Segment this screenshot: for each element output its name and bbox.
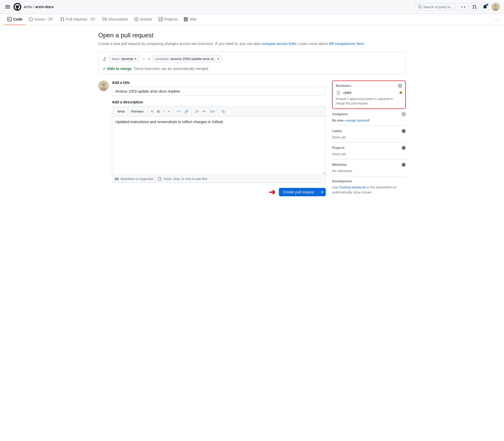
reviewers-title: Reviewers [336,84,351,88]
user-avatar-form [98,81,109,91]
code-icon [7,17,12,21]
dots-separator [148,59,150,59]
create-pull-request-button[interactable]: Create pull request ▾ [279,188,326,196]
reviewer-status-dot [399,91,402,94]
labels-section: Labels None yet [332,126,406,143]
org-link[interactable]: arXiv [24,5,32,9]
assignees-header: Assignees [332,112,406,116]
projects-icon [159,17,163,21]
svg-point-8 [338,91,339,93]
editor-body: Updated instructions and screenshots to … [112,116,326,183]
list-button[interactable]: ≡ [166,108,172,114]
bottom-bar: ➜ Create pull request ▾ [98,187,326,197]
reviewers-header: Reviewers [336,84,402,88]
search-label: Search or jump to... [423,5,453,9]
diff-comparisons-link[interactable]: diff comparisons here. [329,42,365,46]
italic-button[interactable]: I [162,108,166,114]
discussions-icon [102,17,107,21]
attach-button[interactable]: 📎 [220,108,227,114]
title-input[interactable] [112,87,326,96]
tab-pulls[interactable]: Pull requests 11 [57,14,99,25]
tab-actions[interactable]: Actions [131,14,155,25]
tab-projects[interactable]: Projects [155,14,181,25]
tab-issues-label: Issues [34,17,45,21]
milestone-section: Milestone No milestone [332,159,406,176]
breadcrumb: arXiv / arxiv-docs [24,5,54,9]
compare-branch-select[interactable]: compare: arxivce-1503-update-arxiv-d... … [152,55,222,62]
search-icon [418,5,422,9]
assign-yourself-link[interactable]: assign yourself [347,118,369,122]
description-label: Add a description [112,100,326,104]
hamburger-menu[interactable] [4,4,11,9]
page-title: Open a pull request [98,32,406,39]
tab-code[interactable]: Code [4,14,26,25]
issues-badge: 14 [47,17,54,21]
create-btn-dropdown[interactable]: ▾ [319,188,326,196]
toolbar-more-button[interactable]: ··· [317,108,323,114]
toolbar-separator-4 [218,109,218,114]
pr-sidebar: Reviewers cbf66 [332,81,406,198]
reviewer-item: cbf66 [336,90,402,95]
assignees-title: Assignees [332,112,348,116]
search-button[interactable]: Search or jump to... [415,3,456,11]
milestone-gear-icon[interactable] [402,163,406,167]
pull-requests-icon [60,17,65,21]
tasklist-button[interactable]: ☑≡ [208,108,216,114]
projects-value: None yet [332,152,406,156]
base-branch-select[interactable]: base: develop ▾ [109,55,139,62]
markdown-note: Markdown is supported [121,177,153,181]
reviewers-section: Reviewers cbf66 [332,81,406,109]
actions-icon [134,17,139,21]
create-btn-label: Create pull request [279,188,318,196]
chevron-down-icon: ▾ [464,6,465,8]
labels-header: Labels [332,129,406,133]
milestone-header: Milestone [332,163,406,167]
breadcrumb-sep: / [33,5,34,9]
tab-wiki-label: Wiki [190,17,196,21]
projects-title: Projects [332,146,344,150]
reviewer-name: cbf66 [343,91,397,95]
svg-point-5 [102,83,105,87]
avatar-svg [98,81,109,91]
unordered-list-button[interactable]: •≡ [201,108,207,114]
assignees-content: No one—assign yourself [332,118,406,122]
svg-point-9 [337,93,340,95]
new-button[interactable]: + ▾ [458,3,468,11]
projects-header: Projects [332,146,406,150]
pr-form: Add a title Add a description Write Prev… [112,81,326,183]
assignees-gear-icon[interactable] [402,112,406,116]
preview-tab[interactable]: Preview [129,108,146,114]
closing-keywords-link[interactable]: Closing keywords [339,185,366,189]
nav-more-button[interactable]: ··· [492,15,500,24]
reviewer-note: At least 1 approving review is required … [336,97,402,106]
pull-requests-icon-btn[interactable] [470,3,479,11]
merge-status: ✓ Able to merge. These branches can be a… [103,67,401,71]
file-note: Paste, drop, or click to add files [164,177,207,181]
svg-point-2 [494,5,497,7]
tab-issues[interactable]: Issues 14 [26,14,57,25]
toolbar-separator-1 [147,109,148,114]
write-tab[interactable]: Write [114,108,128,115]
compare-forks-link[interactable]: compare across forks. [261,42,298,46]
tab-wiki[interactable]: Wiki [181,14,200,25]
file-icon [158,177,161,181]
code-button[interactable]: <> [175,108,182,114]
tab-pulls-label: Pull requests [66,17,87,21]
ordered-list-button[interactable]: 1≡ [194,108,201,114]
markdown-icon [115,177,118,181]
tab-discussions[interactable]: Discussions [99,14,131,25]
reviewers-gear-icon[interactable] [398,84,402,88]
repo-link[interactable]: arxiv-docs [35,5,54,9]
pr-layout: Add a title Add a description Write Prev… [98,81,406,198]
labels-gear-icon[interactable] [402,129,406,133]
heading-button[interactable]: H [149,108,155,114]
description-textarea[interactable]: Updated instructions and screenshots to … [112,117,325,174]
bold-button[interactable]: B [156,108,161,114]
red-arrow-icon: ➜ [269,187,276,197]
tab-actions-label: Actions [140,17,152,21]
link-button[interactable]: 🔗 [183,108,190,114]
notifications-icon-btn[interactable] [481,3,489,11]
page-description: Create a new pull request by comparing c… [98,41,406,47]
user-avatar-button[interactable] [491,3,500,11]
projects-gear-icon[interactable] [402,146,406,150]
